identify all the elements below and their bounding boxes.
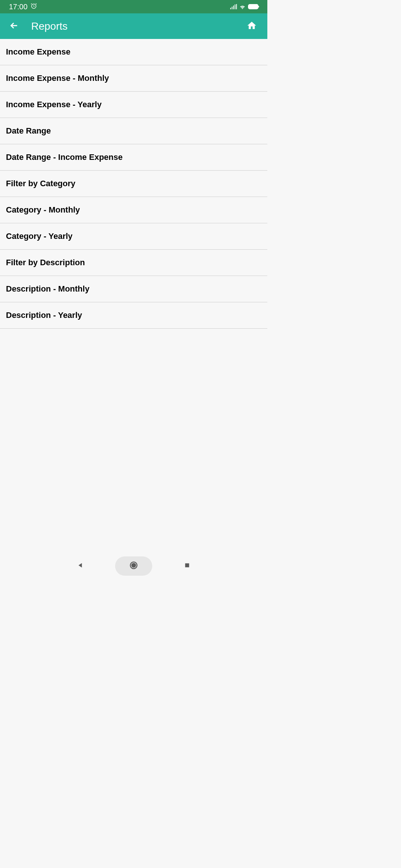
back-button[interactable] xyxy=(6,18,22,34)
list-item-label: Date Range xyxy=(6,126,51,136)
list-item-label: Income Expense xyxy=(6,47,71,57)
list-item[interactable]: Description - Yearly xyxy=(0,302,267,329)
svg-rect-3 xyxy=(185,563,189,568)
square-recents-icon xyxy=(184,562,190,570)
wifi-icon xyxy=(239,3,246,11)
list-item-label: Category - Yearly xyxy=(6,231,72,241)
list-item[interactable]: Category - Monthly xyxy=(0,197,267,223)
battery-icon xyxy=(248,4,258,9)
list-item-label: Income Expense - Yearly xyxy=(6,100,102,109)
app-bar: Reports xyxy=(0,13,267,39)
list-item-label: Filter by Description xyxy=(6,258,85,267)
page-title: Reports xyxy=(31,20,244,32)
list-item[interactable]: Date Range - Income Expense xyxy=(0,144,267,171)
list-item[interactable]: Income Expense xyxy=(0,39,267,65)
reports-list: Income Expense Income Expense - Monthly … xyxy=(0,39,267,553)
nav-back-button[interactable] xyxy=(72,558,88,574)
signal-icon xyxy=(230,4,237,9)
circle-home-icon xyxy=(129,561,138,571)
list-item-label: Description - Yearly xyxy=(6,310,82,320)
svg-point-2 xyxy=(132,563,136,567)
system-nav-bar xyxy=(0,553,267,579)
list-item[interactable]: Date Range xyxy=(0,118,267,144)
list-item-label: Filter by Category xyxy=(6,179,75,188)
status-left: 17:00 xyxy=(9,3,37,11)
list-item[interactable]: Filter by Category xyxy=(0,171,267,197)
status-bar: 17:00 xyxy=(0,0,267,13)
list-item-label: Date Range - Income Expense xyxy=(6,152,123,162)
list-item-label: Description - Monthly xyxy=(6,284,89,294)
arrow-left-icon xyxy=(9,20,19,32)
status-right xyxy=(230,3,259,11)
status-time: 17:00 xyxy=(9,3,27,11)
list-item[interactable]: Filter by Description xyxy=(0,250,267,276)
list-item-label: Income Expense - Monthly xyxy=(6,73,109,83)
list-item-label: Category - Monthly xyxy=(6,205,80,215)
triangle-back-icon xyxy=(77,562,84,570)
nav-home-button[interactable] xyxy=(115,556,152,576)
list-item[interactable]: Description - Monthly xyxy=(0,276,267,302)
home-button[interactable] xyxy=(244,18,260,34)
home-icon xyxy=(247,20,257,32)
list-item[interactable]: Income Expense - Yearly xyxy=(0,92,267,118)
list-item[interactable]: Category - Yearly xyxy=(0,223,267,250)
nav-recents-button[interactable] xyxy=(179,558,195,574)
alarm-icon xyxy=(30,3,37,11)
list-item[interactable]: Income Expense - Monthly xyxy=(0,65,267,92)
